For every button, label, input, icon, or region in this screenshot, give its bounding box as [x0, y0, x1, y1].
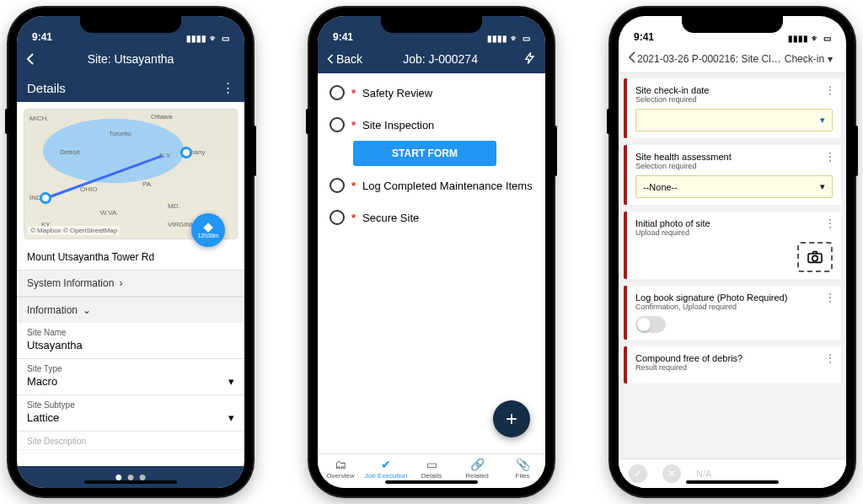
task-row[interactable]: * Site Inspection: [318, 109, 545, 141]
field-site-description: Site Description: [17, 432, 244, 450]
caret-down-icon: ▾: [228, 375, 234, 388]
screen: 9:41 ▮▮▮▮ᯤ▭ 2021-03-26 P-000216: Site Cl…: [619, 16, 846, 488]
caret-down-icon[interactable]: ▾: [828, 53, 833, 65]
confirmation-toggle[interactable]: [635, 316, 666, 333]
back-button[interactable]: [627, 51, 637, 67]
chevron-down-icon: ⌄: [83, 304, 91, 316]
status-icons: ▮▮▮▮ ᯤ ▭: [186, 34, 229, 43]
screen: 9:41 ▮▮▮▮ ᯤ ▭ Site: Utsayantha Details ⋮: [17, 16, 244, 488]
map-attribution: © Mapbox © OpenStreetMap: [28, 226, 120, 235]
tab-related[interactable]: 🔗Related: [454, 458, 500, 480]
map-pin-destination[interactable]: [180, 147, 192, 158]
phone-job-execution: 9:41 ▮▮▮▮ᯤ▭ Back Job: J-000274: [309, 8, 554, 496]
lightning-icon[interactable]: [518, 51, 537, 67]
result-pass-button[interactable]: ✓: [629, 464, 647, 483]
plus-icon: +: [506, 407, 517, 431]
map-pin-origin[interactable]: [40, 192, 51, 204]
breadcrumb-bar: 2021-03-26 P-000216: Site Cl… Check-in ▾: [619, 45, 846, 73]
clipboard-icon: ▭: [409, 458, 454, 471]
chevron-left-icon: [25, 52, 35, 66]
radio-icon[interactable]: [330, 210, 345, 225]
tab-job-execution[interactable]: ✔Job Execution: [363, 458, 409, 480]
battery-icon: ▭: [523, 34, 530, 43]
card-health-assessment: ⋮ Site health assessment Selection requi…: [624, 145, 841, 205]
task-row[interactable]: * Safety Review: [318, 77, 545, 109]
nav-title: Job: J-000274: [362, 52, 518, 66]
section-title: Details: [27, 81, 66, 95]
camera-upload-button[interactable]: [797, 242, 833, 272]
card-log-book-signature: ⋮ Log book signature (Photo Required) Co…: [624, 286, 841, 340]
screen: 9:41 ▮▮▮▮ᯤ▭ Back Job: J-000274: [318, 16, 545, 488]
status-icons: ▮▮▮▮ᯤ▭: [487, 34, 530, 43]
nav-title: Site: Utsayantha: [44, 52, 217, 66]
details-content: MICH. Ottawa Toronto Detroit N.Y. Albany…: [17, 102, 244, 466]
link-icon: 🔗: [454, 458, 500, 471]
chevron-left-icon: [627, 51, 637, 64]
signal-icon: ▮▮▮▮: [487, 34, 507, 43]
start-form-button[interactable]: START FORM: [353, 141, 496, 166]
directions-icon: [202, 222, 214, 233]
date-select[interactable]: ▾: [635, 109, 833, 131]
job-tasks: * Safety Review * Site Inspection START …: [318, 73, 545, 453]
wifi-icon: ᯤ: [210, 34, 218, 43]
system-info-expander[interactable]: System Information ›: [17, 270, 244, 297]
information-expander[interactable]: Information ⌄: [17, 297, 244, 323]
battery-icon: ▭: [222, 34, 229, 43]
status-time: 9:41: [333, 31, 353, 43]
tab-details[interactable]: ▭Details: [409, 458, 454, 480]
radio-icon[interactable]: [330, 85, 345, 100]
paperclip-icon: 📎: [500, 458, 545, 471]
kebab-menu-icon[interactable]: ⋮: [222, 80, 234, 95]
add-fab[interactable]: +: [493, 400, 530, 437]
status-time: 9:41: [32, 31, 52, 43]
briefcase-icon: 🗂: [318, 458, 363, 471]
field-site-name: Site Name Utsayantha: [17, 323, 244, 359]
kebab-menu-icon[interactable]: ⋮: [824, 351, 836, 365]
task-row[interactable]: * Log Completed Maintenance Items: [318, 169, 545, 201]
wifi-icon: ᯤ: [511, 34, 519, 43]
status-icons: ▮▮▮▮ᯤ▭: [788, 34, 831, 43]
card-debris: ⋮ Compound free of debris? Result requir…: [624, 346, 841, 383]
directions-button[interactable]: 12h38m: [191, 213, 225, 247]
result-na-button[interactable]: N/A: [696, 469, 711, 479]
signal-icon: ▮▮▮▮: [788, 34, 808, 43]
phone-checkin-form: 9:41 ▮▮▮▮ᯤ▭ 2021-03-26 P-000216: Site Cl…: [610, 8, 855, 496]
back-button[interactable]: [25, 52, 44, 66]
breadcrumb-step[interactable]: Check-in: [785, 53, 824, 65]
field-site-subtype[interactable]: Site Subtype Lattice▾: [17, 395, 244, 432]
breadcrumb-main[interactable]: 2021-03-26 P-000216: Site Cl…: [637, 53, 781, 65]
caret-down-icon: ▾: [228, 411, 234, 424]
battery-icon: ▭: [823, 34, 831, 43]
kebab-menu-icon[interactable]: ⋮: [824, 83, 836, 97]
kebab-menu-icon[interactable]: ⋮: [824, 217, 836, 230]
tab-files[interactable]: 📎Files: [500, 458, 545, 480]
chevron-right-icon: ›: [119, 277, 122, 289]
health-select[interactable]: --None-- ▾: [635, 175, 833, 198]
signal-icon: ▮▮▮▮: [186, 34, 206, 43]
status-time: 9:41: [634, 31, 654, 43]
card-initial-photo: ⋮ Initial photo of site Upload required: [624, 212, 841, 279]
chevron-left-icon: [326, 53, 335, 65]
caret-down-icon: ▾: [820, 115, 825, 126]
result-fail-button[interactable]: ✕: [662, 464, 681, 483]
nav-bar: Site: Utsayantha: [17, 45, 244, 73]
check-circle-icon: ✔: [363, 458, 409, 471]
back-button[interactable]: Back: [326, 52, 362, 66]
radio-icon[interactable]: [330, 117, 345, 132]
caret-down-icon: ▾: [820, 181, 825, 192]
site-map[interactable]: MICH. Ottawa Toronto Detroit N.Y. Albany…: [24, 109, 238, 239]
site-address: Mount Utsayantha Tower Rd: [27, 251, 234, 263]
camera-icon: [807, 250, 823, 264]
phone-site-details: 9:41 ▮▮▮▮ ᯤ ▭ Site: Utsayantha Details ⋮: [8, 8, 253, 496]
wifi-icon: ᯤ: [812, 34, 820, 43]
kebab-menu-icon[interactable]: ⋮: [824, 150, 836, 164]
nav-bar: Back Job: J-000274: [318, 45, 545, 73]
form-content: ⋮ Site check-in date Selection required …: [619, 73, 846, 488]
radio-icon[interactable]: [330, 178, 345, 193]
task-row[interactable]: * Secure Site: [318, 201, 545, 233]
field-site-type[interactable]: Site Type Macro▾: [17, 359, 244, 395]
kebab-menu-icon[interactable]: ⋮: [824, 291, 836, 304]
section-header: Details ⋮: [17, 73, 244, 102]
card-checkin-date: ⋮ Site check-in date Selection required …: [624, 78, 841, 138]
tab-overview[interactable]: 🗂Overview: [318, 458, 363, 480]
